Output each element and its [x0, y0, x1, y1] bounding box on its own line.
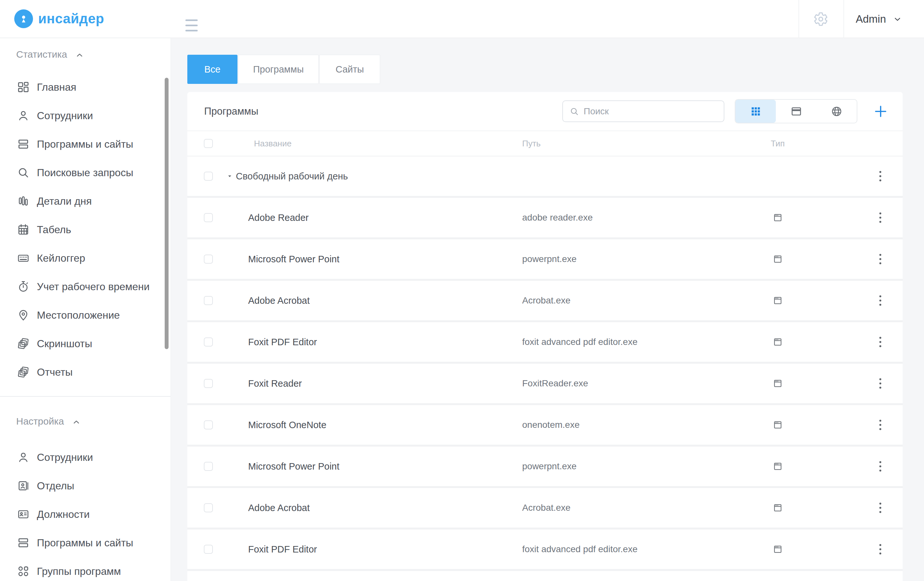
- sidebar-item-location[interactable]: Местоположение: [0, 301, 170, 329]
- program-name: Foxit PDF Editor: [248, 337, 522, 348]
- program-name: Microsoft Power Point: [248, 254, 522, 265]
- app-window-icon: [772, 420, 783, 430]
- row-menu-button[interactable]: [876, 461, 885, 472]
- row-checkbox[interactable]: [204, 379, 213, 388]
- sidebar-item-label: Сотрудники: [37, 110, 93, 122]
- row-menu-button[interactable]: [876, 254, 885, 264]
- brand-logo-icon: [14, 9, 33, 28]
- row-checkbox[interactable]: [204, 213, 213, 222]
- table-row[interactable]: Microsoft Power Point powerpnt.exe: [187, 447, 903, 488]
- sidebar-item-reports[interactable]: Отчеты: [0, 358, 170, 386]
- group-row-label: Свободный рабочий день: [236, 171, 348, 182]
- chevron-down-icon: [893, 15, 902, 23]
- table-row[interactable]: Adobe Acrobat Acrobat.exe: [187, 281, 903, 322]
- location-icon: [17, 309, 30, 321]
- app-window-icon: [772, 337, 783, 347]
- badge-icon: [17, 479, 30, 492]
- search-box[interactable]: [562, 100, 724, 122]
- row-menu-button[interactable]: [876, 378, 885, 389]
- program-type: [738, 254, 818, 264]
- sidebar-section-header[interactable]: Статистика: [0, 47, 170, 61]
- tab-all[interactable]: Все: [187, 55, 238, 84]
- sidebar-item-program-groups[interactable]: Группы программ: [0, 557, 170, 581]
- sidebar-section-header[interactable]: Настройка: [0, 414, 170, 429]
- panel-title: Программы: [204, 106, 258, 117]
- search-input[interactable]: [584, 106, 718, 117]
- row-menu-button[interactable]: [876, 544, 885, 555]
- table-row[interactable]: Foxit PDF Editor foxit advanced pdf edit…: [187, 530, 903, 571]
- row-menu-button[interactable]: [876, 337, 885, 347]
- row-checkbox[interactable]: [204, 296, 213, 305]
- brand-name: инсайдер: [38, 11, 104, 26]
- search-icon: [569, 106, 579, 116]
- view-toggle-window[interactable]: [776, 100, 816, 123]
- table-row[interactable]: Adobe Acrobat Acrobat.exe: [187, 488, 903, 530]
- user-menu[interactable]: Admin: [856, 0, 902, 38]
- table-row[interactable]: Microsoft Power Point powerpnt.exe: [187, 239, 903, 281]
- table-row[interactable]: Foxit Reader FoxitReader.exe: [187, 364, 903, 405]
- table-row[interactable]: Adobe Reader adobe reader.exe: [187, 198, 903, 239]
- calendar-icon: [17, 223, 30, 236]
- row-checkbox[interactable]: [204, 503, 213, 512]
- sidebar-item-label: Табель: [37, 224, 71, 236]
- row-checkbox[interactable]: [204, 338, 213, 346]
- sidebar-scrollbar[interactable]: [165, 78, 168, 349]
- sidebar-item-search-queries[interactable]: Поисковые запросы: [0, 158, 170, 187]
- sidebar-item-employees[interactable]: Сотрудники: [0, 101, 170, 130]
- row-menu-button[interactable]: [876, 295, 885, 306]
- row-checkbox[interactable]: [204, 255, 213, 264]
- view-toggle-grid[interactable]: [735, 100, 776, 123]
- view-toggle-globe[interactable]: [816, 100, 857, 123]
- row-menu-button[interactable]: [876, 212, 885, 223]
- keyboard-icon: [17, 252, 30, 265]
- program-path: Acrobat.exe: [522, 503, 738, 513]
- sidebar-item-time-tracking[interactable]: Учет рабочего времени: [0, 272, 170, 301]
- program-path: foxit advanced pdf editor.exe: [522, 337, 738, 347]
- app-window-icon: [772, 544, 783, 555]
- select-all-checkbox[interactable]: [204, 139, 213, 148]
- tab-sites[interactable]: Сайты: [319, 55, 380, 84]
- sidebar-section-0: Статистика Главная Сотрудники Программы …: [0, 47, 170, 386]
- row-menu-button[interactable]: [876, 503, 885, 513]
- sidebar: Статистика Главная Сотрудники Программы …: [0, 38, 171, 581]
- sidebar-item-label: Поисковые запросы: [37, 167, 133, 179]
- row-checkbox[interactable]: [204, 545, 213, 554]
- sidebar-item-keylogger[interactable]: Кейлоггер: [0, 244, 170, 272]
- user-menu-label: Admin: [856, 13, 886, 25]
- top-bar: инсайдер Admin: [0, 0, 924, 38]
- sidebar-item-screenshots[interactable]: Скриншоты: [0, 329, 170, 358]
- window-icon: [790, 105, 802, 118]
- sidebar-item-positions[interactable]: Должности: [0, 500, 170, 528]
- sidebar-item-programs-sites-settings[interactable]: Программы и сайты: [0, 528, 170, 557]
- sidebar-item-label: Отделы: [37, 480, 74, 492]
- sidebar-section-1: Настройка Сотрудники Отделы Должности Пр…: [0, 396, 170, 581]
- menu-toggle-icon[interactable]: [185, 20, 198, 31]
- row-menu-button[interactable]: [876, 171, 885, 181]
- program-type: [738, 544, 818, 555]
- table-header-row: Название Путь Тип: [187, 131, 903, 156]
- brand-logo[interactable]: инсайдер: [14, 9, 104, 28]
- gear-icon[interactable]: [813, 12, 828, 26]
- program-type: [738, 295, 818, 306]
- sidebar-item-programs-sites[interactable]: Программы и сайты: [0, 130, 170, 158]
- sidebar-item-label: Детали дня: [37, 195, 92, 207]
- row-checkbox[interactable]: [204, 420, 213, 429]
- caret-down-icon[interactable]: [226, 173, 233, 179]
- globe-icon: [830, 105, 843, 118]
- table-row[interactable]: Microsoft OneNote onenotem.exe: [187, 405, 903, 447]
- sidebar-item-day-details[interactable]: Детали дня: [0, 187, 170, 215]
- dashboard-icon: [17, 81, 30, 94]
- add-button[interactable]: [871, 103, 890, 121]
- tab-programs[interactable]: Программы: [238, 55, 318, 84]
- sidebar-item-timesheet[interactable]: Табель: [0, 215, 170, 244]
- program-path: powerpnt.exe: [522, 461, 738, 472]
- row-checkbox[interactable]: [204, 462, 213, 471]
- sidebar-item-employees-settings[interactable]: Сотрудники: [0, 443, 170, 472]
- group-row-checkbox[interactable]: [204, 172, 213, 181]
- table-row[interactable]: Foxit PDF Editor foxit advanced pdf edit…: [187, 322, 903, 364]
- sidebar-item-home[interactable]: Главная: [0, 73, 170, 101]
- row-menu-button[interactable]: [876, 420, 885, 430]
- group-row[interactable]: Свободный рабочий день: [187, 156, 903, 198]
- view-switch: [735, 99, 857, 123]
- sidebar-item-departments[interactable]: Отделы: [0, 472, 170, 500]
